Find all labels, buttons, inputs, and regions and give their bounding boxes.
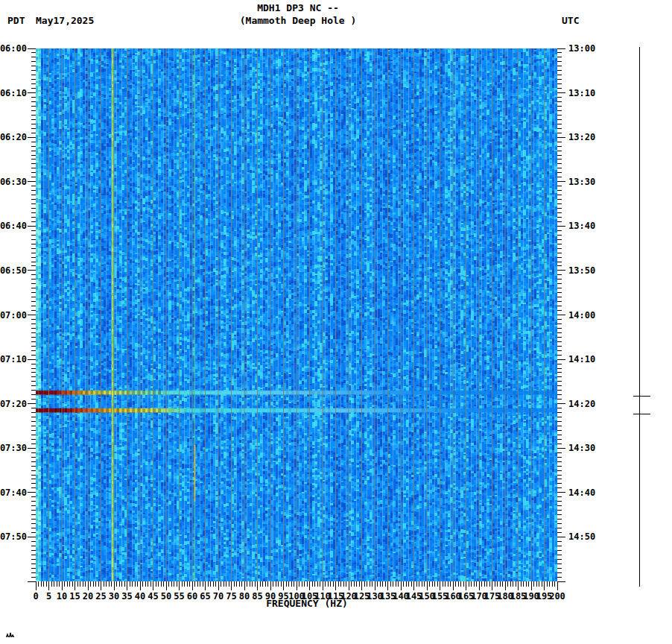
y-axis-tick-left bbox=[31, 372, 36, 373]
x-axis-tick bbox=[432, 581, 433, 587]
y-axis-tick-left bbox=[31, 487, 36, 488]
y-axis-tick-right bbox=[557, 199, 562, 200]
x-axis-tick bbox=[221, 581, 221, 587]
y-axis-tick-right bbox=[557, 262, 562, 262]
y-axis-tick-right bbox=[557, 292, 562, 293]
y-axis-tick-right bbox=[557, 181, 565, 182]
y-axis-tick-left bbox=[31, 274, 36, 275]
y-axis-tick-left bbox=[31, 297, 36, 297]
x-axis-tick bbox=[286, 581, 287, 587]
x-axis-tick bbox=[75, 581, 75, 590]
x-axis-tick-label: 65 bbox=[200, 591, 210, 602]
x-axis-tick bbox=[72, 581, 73, 587]
y-axis-tick-left bbox=[31, 501, 36, 502]
x-axis-tick bbox=[408, 581, 409, 587]
y-axis-label-left: 07:50 bbox=[0, 531, 27, 542]
x-axis-tick bbox=[231, 581, 232, 590]
y-axis-tick-right bbox=[557, 66, 562, 66]
y-axis-tick-right bbox=[557, 88, 562, 89]
y-axis-tick-left bbox=[31, 510, 36, 511]
x-axis-tick bbox=[229, 581, 229, 587]
x-axis-tick bbox=[158, 581, 159, 587]
x-axis-tick bbox=[189, 581, 190, 587]
y-axis-tick-right bbox=[557, 119, 562, 120]
y-axis-tick-left bbox=[31, 257, 36, 258]
x-axis-tick bbox=[234, 581, 235, 587]
x-axis-tick bbox=[153, 581, 153, 590]
y-axis-tick-left bbox=[31, 279, 36, 280]
x-axis-tick bbox=[46, 581, 47, 587]
y-axis-tick-left bbox=[31, 559, 36, 560]
x-axis-tick bbox=[372, 581, 373, 587]
x-axis-tick bbox=[497, 581, 498, 587]
y-axis-tick-left bbox=[28, 359, 36, 360]
y-axis-tick-right bbox=[557, 341, 562, 342]
y-axis-tick-right bbox=[557, 364, 562, 364]
y-axis-tick-left bbox=[31, 532, 36, 533]
y-axis-tick-right bbox=[557, 79, 562, 80]
y-axis-tick-left bbox=[31, 115, 36, 116]
x-axis-tick bbox=[542, 581, 542, 587]
x-axis-tick bbox=[338, 581, 339, 587]
y-axis-tick-left bbox=[31, 155, 36, 156]
x-axis-tick bbox=[62, 581, 63, 590]
y-axis-tick-left bbox=[31, 390, 36, 391]
y-axis-tick-right bbox=[557, 408, 562, 408]
x-axis-tick bbox=[554, 581, 555, 587]
x-axis-tick bbox=[333, 581, 334, 587]
y-axis-tick-left bbox=[31, 399, 36, 400]
x-axis-tick bbox=[474, 581, 475, 587]
y-axis-tick-right bbox=[557, 168, 562, 168]
x-axis-tick bbox=[302, 581, 302, 587]
trace-line bbox=[633, 414, 650, 415]
x-axis-tick bbox=[208, 581, 209, 587]
y-axis-tick-left bbox=[31, 110, 36, 111]
y-axis-tick-left bbox=[31, 412, 36, 413]
x-axis-tick bbox=[390, 581, 391, 587]
x-axis-tick bbox=[250, 581, 250, 587]
x-axis-tick bbox=[513, 581, 513, 587]
x-axis-tick-label: 50 bbox=[161, 591, 171, 602]
y-axis-tick-left bbox=[31, 546, 36, 546]
y-axis-label-left: 06:50 bbox=[0, 265, 27, 276]
y-axis-tick-right bbox=[557, 323, 562, 324]
y-axis-tick-right bbox=[557, 306, 562, 306]
x-axis-tick bbox=[156, 581, 156, 587]
y-axis-tick-left bbox=[31, 541, 36, 542]
x-axis-tick-label: 200 bbox=[549, 591, 565, 602]
y-axis-tick-left bbox=[31, 83, 36, 84]
y-axis-tick-left bbox=[31, 142, 36, 142]
x-axis-tick bbox=[443, 581, 443, 587]
y-axis-tick-right bbox=[557, 564, 562, 564]
x-axis-tick bbox=[106, 581, 107, 587]
x-axis-tick bbox=[210, 581, 211, 587]
x-axis-tick bbox=[440, 581, 440, 590]
y-axis-tick-right bbox=[557, 394, 562, 395]
y-axis-tick-left bbox=[31, 350, 36, 351]
x-axis-tick bbox=[83, 581, 83, 587]
x-axis-tick bbox=[523, 581, 524, 587]
y-axis-tick-right bbox=[557, 270, 565, 271]
x-axis-tick bbox=[521, 581, 522, 587]
y-axis-tick-left bbox=[31, 203, 36, 204]
x-axis-tick bbox=[413, 581, 414, 590]
x-axis-tick bbox=[171, 581, 172, 587]
x-axis-tick bbox=[419, 581, 419, 587]
x-axis-tick-label: 15 bbox=[69, 591, 80, 602]
x-axis-tick bbox=[411, 581, 412, 587]
x-axis-tick bbox=[150, 581, 151, 587]
x-axis-tick bbox=[398, 581, 399, 587]
x-axis-tick bbox=[80, 581, 80, 587]
x-axis-tick bbox=[375, 581, 375, 590]
y-axis-tick-left bbox=[31, 426, 36, 426]
x-axis-tick bbox=[194, 581, 195, 587]
y-axis-tick-left bbox=[31, 151, 36, 151]
x-axis-tick bbox=[469, 581, 469, 587]
x-axis-tick bbox=[406, 581, 407, 587]
y-axis-tick-right bbox=[557, 235, 562, 236]
x-axis-tick bbox=[382, 581, 383, 587]
x-axis-tick bbox=[424, 581, 425, 587]
y-axis-tick-left bbox=[31, 265, 36, 266]
y-axis-tick-right bbox=[557, 346, 562, 347]
y-axis-tick-right bbox=[557, 572, 562, 573]
